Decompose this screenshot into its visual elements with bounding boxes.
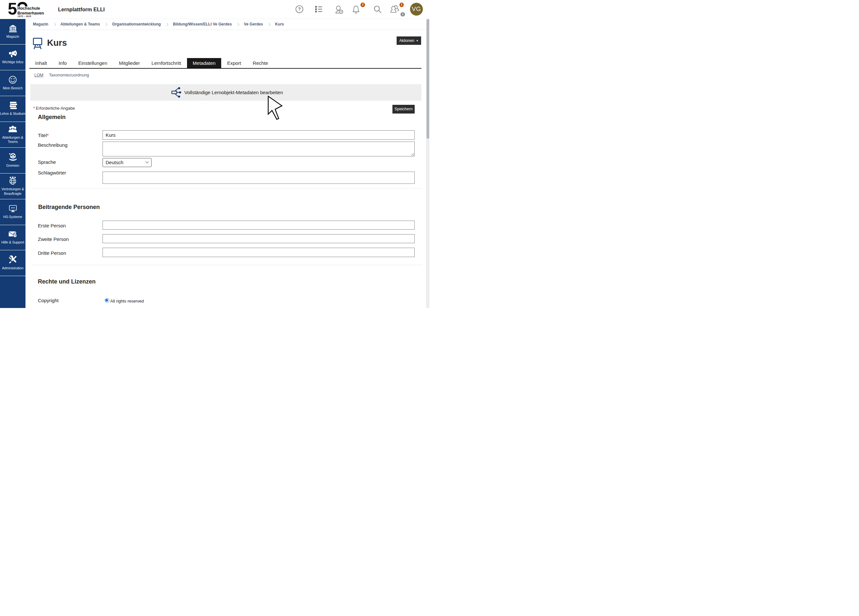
svg-text:?: ? <box>298 6 301 12</box>
svg-text:?: ? <box>14 234 16 238</box>
